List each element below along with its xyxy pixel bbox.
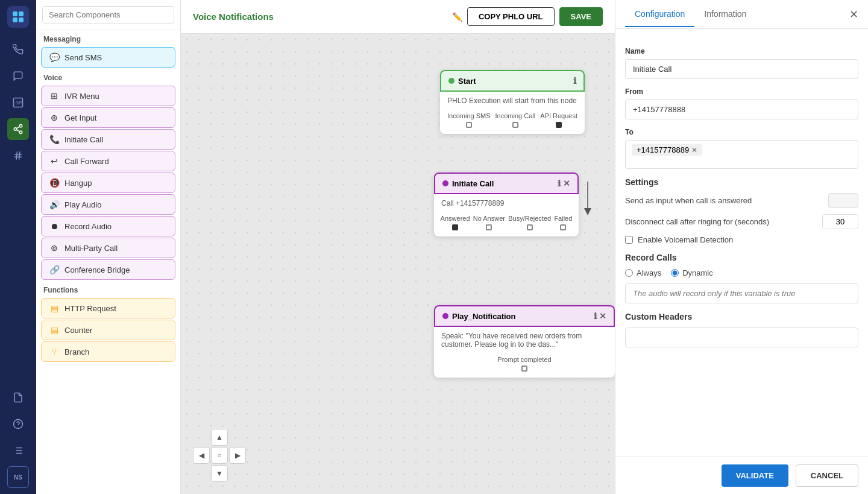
tab-configuration[interactable]: Configuration <box>625 2 694 27</box>
sidebar-item-multi-party-call[interactable]: ⊚ Multi-Party Call <box>41 238 175 258</box>
panel-tabs: Configuration Information ✕ <box>615 0 868 29</box>
app-logo <box>7 6 29 28</box>
get-input-icon: ⊕ <box>49 112 60 123</box>
canvas-left-button[interactable]: ◀ <box>193 447 210 464</box>
play-info-icon[interactable]: ℹ <box>594 311 597 321</box>
disconnect-label: Disconnect call after ringing for (secon… <box>625 217 769 226</box>
initiate-actions: ℹ ✕ <box>558 179 570 188</box>
sidebar-item-call-forward[interactable]: ↩ Call Forward <box>41 151 175 171</box>
name-input[interactable] <box>625 59 858 79</box>
nav-sip-icon[interactable]: SIP <box>7 92 29 113</box>
svg-rect-3 <box>19 17 24 22</box>
initiate-call-node: Initiate Call ℹ ✕ Call +14157778889 Answ… <box>434 173 579 236</box>
nav-document-icon[interactable] <box>7 387 29 408</box>
play-close-icon[interactable]: ✕ <box>599 311 606 321</box>
sidebar-item-play-audio[interactable]: 🔊 Play Audio <box>41 194 175 215</box>
record-variable-input[interactable] <box>625 283 858 303</box>
nav-list-icon[interactable] <box>7 440 29 461</box>
nav-flow-icon[interactable] <box>7 118 29 140</box>
save-button[interactable]: SAVE <box>559 7 603 26</box>
sidebar-item-record-audio[interactable]: ⏺ Record Audio <box>41 216 175 236</box>
send-as-input-row: Send as input when call is answered <box>625 193 858 208</box>
initiate-info-icon[interactable]: ℹ <box>558 179 561 188</box>
sidebar-item-http-request[interactable]: ▤ HTTP Request <box>41 298 175 318</box>
always-label: Always <box>637 268 661 277</box>
components-sidebar: Messaging 💬 Send SMS Voice ⊞ IVR Menu ⊕ … <box>36 0 181 494</box>
initiate-node-header: Initiate Call ℹ ✕ <box>434 173 579 194</box>
sidebar-item-initiate-call[interactable]: 📞 Initiate Call <box>41 129 175 150</box>
dynamic-radio-option[interactable]: Dynamic <box>671 268 713 277</box>
hangup-icon: 📵 <box>49 177 60 188</box>
nav-phone-icon[interactable] <box>7 39 29 60</box>
sidebar-item-ivr-menu[interactable]: ⊞ IVR Menu <box>41 86 175 106</box>
always-radio-option[interactable]: Always <box>625 268 661 277</box>
ivr-menu-icon: ⊞ <box>49 90 60 101</box>
messaging-label: Messaging <box>36 30 180 46</box>
port-dot-call[interactable] <box>512 122 518 128</box>
canvas-up-button[interactable]: ▲ <box>211 429 228 446</box>
conference-icon: 🔗 <box>49 264 60 275</box>
sidebar-item-counter[interactable]: ▤ Counter <box>41 320 175 340</box>
send-as-input-field[interactable] <box>828 193 858 208</box>
initiate-dot <box>442 180 448 186</box>
initiate-body: Call +14157778889 <box>434 194 579 215</box>
nav-message-icon[interactable] <box>7 65 29 87</box>
nav-question-icon[interactable] <box>7 413 29 435</box>
record-calls-label: Record Calls <box>625 253 858 262</box>
canvas-right-button[interactable]: ▶ <box>229 447 246 464</box>
always-radio[interactable] <box>625 269 633 277</box>
tab-information[interactable]: Information <box>694 2 756 27</box>
send-as-input-label: Send as input when call is answered <box>625 196 752 205</box>
initiate-close-icon[interactable]: ✕ <box>563 179 570 188</box>
start-info-icon[interactable]: ℹ <box>573 76 576 86</box>
initiate-call-icon: 📞 <box>49 134 60 145</box>
to-tag-remove-icon[interactable]: ✕ <box>691 146 697 154</box>
sidebar-item-send-sms[interactable]: 💬 Send SMS <box>41 47 175 68</box>
edit-title-icon[interactable]: ✏️ <box>452 12 462 22</box>
messaging-group: Messaging 💬 Send SMS <box>36 30 180 69</box>
custom-headers-label: Custom Headers <box>625 312 858 321</box>
from-input[interactable] <box>625 100 858 119</box>
canvas-center-button[interactable]: ○ <box>211 447 228 464</box>
to-tag-input[interactable]: +14157778889 ✕ <box>625 140 858 169</box>
nav-hash-icon[interactable] <box>7 145 29 166</box>
settings-section: Settings Send as input when call is answ… <box>625 177 858 244</box>
disconnect-row: Disconnect call after ringing for (secon… <box>625 214 858 229</box>
play-dot <box>442 313 448 319</box>
branch-icon: ⑂ <box>49 346 60 357</box>
functions-label: Functions <box>36 281 180 297</box>
port-dot-failed[interactable] <box>560 224 566 230</box>
voicemail-checkbox[interactable] <box>625 236 633 244</box>
port-dot-no-answer[interactable] <box>486 224 492 230</box>
port-dot-answered[interactable] <box>452 224 458 230</box>
record-calls-section: Record Calls Always Dynamic <box>625 253 858 303</box>
search-input[interactable] <box>42 6 174 24</box>
play-actions: ℹ ✕ <box>594 311 606 321</box>
validate-button[interactable]: VALIDATE <box>722 464 788 487</box>
port-dot-sms[interactable] <box>466 122 472 128</box>
custom-headers-input[interactable] <box>625 328 858 347</box>
port-dot-busy[interactable] <box>527 224 533 230</box>
sidebar-item-get-input[interactable]: ⊕ Get Input <box>41 107 175 128</box>
flow-canvas[interactable]: Start ℹ PHLO Execution will start from t… <box>181 34 615 494</box>
copy-phlo-url-button[interactable]: COPY PHLO URL <box>467 7 555 26</box>
send-sms-icon: 💬 <box>49 52 60 63</box>
port-answered: Answered <box>441 215 470 230</box>
start-dot <box>448 78 454 84</box>
port-dot-prompt[interactable] <box>521 366 527 372</box>
dynamic-label: Dynamic <box>682 268 713 277</box>
initiate-ports: Answered No Answer Busy/Rejected Failed <box>434 215 579 236</box>
cancel-button[interactable]: CANCEL <box>796 464 858 487</box>
sidebar-item-hangup[interactable]: 📵 Hangup <box>41 173 175 193</box>
port-dot-api[interactable] <box>556 122 562 128</box>
disconnect-input[interactable] <box>822 214 858 229</box>
dynamic-radio[interactable] <box>671 269 679 277</box>
canvas-down-button[interactable]: ▼ <box>211 465 228 482</box>
multi-party-icon: ⊚ <box>49 242 60 253</box>
sidebar-item-conference-bridge[interactable]: 🔗 Conference Bridge <box>41 259 175 280</box>
sidebar-item-branch[interactable]: ⑂ Branch <box>41 341 175 362</box>
nav-ns-icon[interactable]: NS <box>7 466 29 488</box>
to-label: To <box>625 128 858 136</box>
panel-close-icon[interactable]: ✕ <box>849 8 858 21</box>
port-failed: Failed <box>554 215 572 230</box>
